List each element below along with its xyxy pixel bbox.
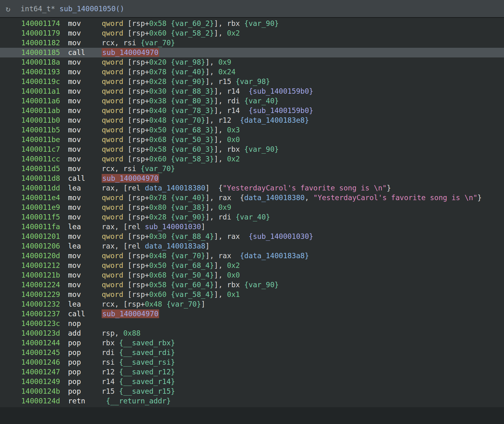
token-variable[interactable]: {var_90} — [244, 281, 279, 289]
token-data-symbol[interactable]: data_140018380 — [244, 194, 305, 202]
token-variable[interactable]: {var_58_2} — [171, 29, 214, 37]
token-register[interactable]: rax — [218, 194, 231, 202]
address[interactable]: 140001229 — [21, 290, 68, 299]
token-data-symbol[interactable]: {data_1400183a8} — [240, 252, 309, 260]
token-call-target[interactable]: sub_140004970 — [102, 48, 159, 57]
asm-line[interactable]: 140001247popr12 {__saved_r12} — [0, 367, 504, 377]
asm-line[interactable]: 140001244poprbx {__saved_rbx} — [0, 338, 504, 348]
mnemonic[interactable]: mov — [68, 19, 102, 28]
address[interactable]: 14000123d — [21, 328, 68, 338]
mnemonic[interactable]: lea — [68, 183, 102, 193]
asm-line[interactable]: 140001206learax, [rel data_1400183a8] — [0, 241, 504, 251]
token-register[interactable]: rcx — [102, 300, 115, 308]
token-register[interactable]: rsp — [132, 252, 145, 260]
asm-line[interactable]: 1400011b5movqword [rsp+0x50 {var_68_3}],… — [0, 125, 504, 135]
address[interactable]: 140001179 — [21, 28, 68, 38]
asm-line[interactable]: 140001237callsub_140004970 — [0, 309, 504, 319]
mnemonic[interactable]: mov — [68, 232, 102, 241]
token-variable[interactable]: {__saved_rbx} — [119, 339, 175, 347]
token-variable[interactable]: {var_90} — [244, 19, 279, 27]
mnemonic[interactable]: pop — [68, 357, 102, 367]
address[interactable]: 14000123c — [21, 319, 68, 328]
token-variable[interactable]: {var_60_3} — [171, 145, 214, 153]
asm-line[interactable]: 1400011e4movqword [rsp+0x78 {var_40}], r… — [0, 193, 504, 203]
token-variable[interactable]: {__saved_r14} — [119, 377, 175, 386]
token-number[interactable]: 0x78 — [149, 68, 166, 76]
token-number[interactable]: 0x20 — [149, 58, 166, 66]
asm-line[interactable]: 1400011bemovqword [rsp+0x68 {var_50_3}],… — [0, 135, 504, 145]
token-variable[interactable]: {var_40} — [171, 68, 206, 76]
token-variable[interactable]: {__saved_r12} — [119, 368, 175, 376]
address[interactable]: 1400011f5 — [21, 212, 68, 222]
address[interactable]: 140001174 — [21, 19, 68, 28]
token-variable[interactable]: {var_40} — [244, 97, 279, 105]
token-number[interactable]: 0x30 — [149, 232, 166, 240]
token-variable[interactable]: {var_58_3} — [171, 155, 214, 163]
asm-line[interactable]: 1400011a6movqword [rsp+0x38 {var_80_3}],… — [0, 96, 504, 106]
token-number[interactable]: 0x38 — [149, 97, 166, 105]
token-register[interactable]: rsp — [132, 213, 145, 221]
asm-line[interactable]: 1400011c7movqword [rsp+0x58 {var_60_3}],… — [0, 145, 504, 154]
address[interactable]: 140001249 — [21, 377, 68, 387]
token-register[interactable]: rsp — [132, 271, 145, 279]
mnemonic[interactable]: mov — [68, 57, 102, 67]
token-variable[interactable]: {var_78_3} — [171, 106, 214, 115]
token-register[interactable]: rdi — [218, 213, 231, 221]
token-number[interactable]: 0x0 — [227, 136, 240, 144]
token-register[interactable]: rbx — [227, 19, 240, 27]
asm-line[interactable]: 140001193movqword [rsp+0x78 {var_40}], 0… — [0, 67, 504, 77]
address[interactable]: 14000119c — [21, 77, 68, 86]
address[interactable]: 140001237 — [21, 309, 68, 319]
token-variable[interactable]: {var_88_3} — [171, 87, 214, 95]
token-call-target[interactable]: sub_140004970 — [102, 174, 159, 183]
mnemonic[interactable]: call — [68, 48, 102, 57]
token-variable[interactable]: {var_80_3} — [171, 97, 214, 105]
asm-line[interactable]: 1400011ddlearax, [rel data_140018380] {"… — [0, 183, 504, 193]
token-register[interactable]: rsp — [132, 232, 145, 240]
token-register[interactable]: rax — [102, 223, 115, 231]
token-register[interactable]: rsp — [132, 106, 145, 115]
asm-line[interactable]: 140001232learcx, [rsp+0x48 {var_70}] — [0, 299, 504, 309]
mnemonic[interactable]: mov — [68, 270, 102, 280]
asm-line[interactable]: 1400011abmovqword [rsp+0x40 {var_78_3}],… — [0, 106, 504, 116]
token-register[interactable]: rsp — [132, 281, 145, 289]
token-register[interactable]: r14 — [102, 377, 115, 386]
token-register[interactable]: r12 — [102, 368, 115, 376]
token-register[interactable]: rdi — [102, 348, 115, 357]
address[interactable]: 1400011b0 — [21, 116, 68, 125]
token-variable[interactable]: {var_70} — [167, 300, 201, 308]
token-register[interactable]: rsp — [132, 58, 145, 66]
asm-line[interactable]: 14000124bpopr15 {__saved_r15} — [0, 387, 504, 396]
address[interactable]: 14000124d — [21, 396, 68, 406]
token-register[interactable]: rbx — [102, 339, 115, 347]
address[interactable]: 1400011a6 — [21, 96, 68, 106]
address[interactable]: 140001212 — [21, 261, 68, 270]
token-register[interactable]: rax — [102, 242, 115, 250]
mnemonic[interactable]: mov — [68, 251, 102, 261]
mnemonic[interactable]: mov — [68, 135, 102, 145]
address[interactable]: 1400011cc — [21, 154, 68, 164]
mnemonic[interactable]: mov — [68, 125, 102, 135]
address[interactable]: 140001245 — [21, 348, 68, 357]
address[interactable]: 14000121b — [21, 270, 68, 280]
token-call-target[interactable]: sub_140004970 — [102, 309, 159, 318]
mnemonic[interactable]: add — [68, 328, 102, 338]
address[interactable]: 1400011ab — [21, 106, 68, 116]
address[interactable]: 140001193 — [21, 67, 68, 77]
token-register[interactable]: rsp — [102, 329, 115, 337]
token-number[interactable]: 0x50 — [149, 261, 166, 269]
token-variable[interactable]: {var_58_4} — [171, 290, 214, 298]
token-number[interactable]: 0x58 — [149, 145, 166, 153]
token-variable[interactable]: {var_68_3} — [171, 126, 214, 134]
mnemonic[interactable]: call — [68, 174, 102, 183]
token-number[interactable]: 0x80 — [149, 203, 166, 211]
token-variable[interactable]: {var_90} — [171, 77, 206, 86]
token-register[interactable]: rbx — [227, 281, 240, 289]
token-variable[interactable]: {var_40} — [235, 213, 270, 221]
asm-line[interactable]: 1400011a1movqword [rsp+0x30 {var_88_3}],… — [0, 86, 504, 96]
mnemonic[interactable]: mov — [68, 77, 102, 86]
token-variable[interactable]: {__saved_r15} — [119, 387, 175, 395]
token-variable[interactable]: {var_90} — [171, 213, 206, 221]
token-number[interactable]: 0x68 — [149, 136, 166, 144]
token-number[interactable]: 0x0 — [227, 271, 240, 279]
